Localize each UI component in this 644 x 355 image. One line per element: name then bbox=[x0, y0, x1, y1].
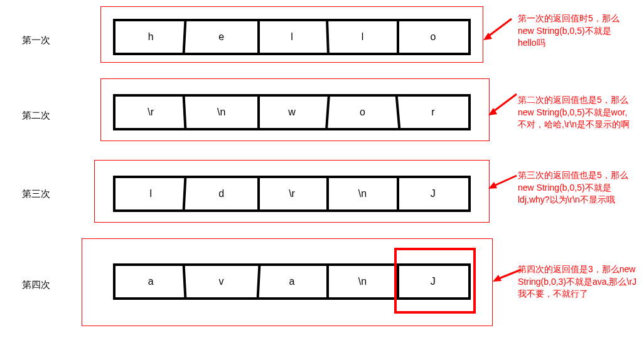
cell: J bbox=[398, 178, 468, 209]
buffer-cells: \r \n w o r bbox=[113, 94, 471, 130]
buffer-cells: l d \r \n J bbox=[113, 176, 471, 212]
annotation: 第一次的返回值时5，那么 new String(b,0,5)不就是 hello吗 bbox=[518, 13, 620, 50]
cell: d bbox=[186, 178, 256, 209]
cell: e bbox=[186, 21, 256, 53]
row-label: 第三次 bbox=[22, 188, 50, 200]
row-label: 第二次 bbox=[22, 110, 50, 122]
cell: r bbox=[398, 97, 468, 128]
cell: \r bbox=[115, 97, 186, 128]
cell: \n bbox=[327, 178, 397, 209]
cell-text: a bbox=[148, 276, 154, 287]
cell-text: e bbox=[218, 31, 224, 43]
cell-text: \n bbox=[217, 107, 225, 118]
row-label: 第一次 bbox=[22, 34, 50, 46]
cell: l bbox=[257, 21, 327, 53]
cell-text: r bbox=[431, 107, 434, 118]
cell-text: o bbox=[360, 107, 365, 118]
cell: o bbox=[327, 97, 397, 128]
cell-text: J bbox=[431, 188, 436, 199]
cell-text: o bbox=[430, 31, 436, 43]
row-label: 第四次 bbox=[22, 279, 50, 291]
cell: a bbox=[257, 266, 327, 297]
cell-text: l bbox=[291, 31, 293, 43]
cell-text: h bbox=[148, 31, 154, 43]
svg-line-2 bbox=[491, 94, 517, 113]
cell-text: \r bbox=[148, 107, 154, 118]
cell-text: w bbox=[288, 107, 296, 118]
annotation: 第四次的返回值是3，那么new String(b,0,3)不就是ava,那么\r… bbox=[518, 263, 636, 300]
cell-text: d bbox=[218, 188, 224, 199]
svg-line-0 bbox=[486, 19, 512, 38]
cell: l bbox=[115, 178, 186, 209]
arrow-icon bbox=[483, 19, 515, 44]
diagram-canvas: 第一次 h e l l o 第一次的返回值时5，那么 new String(b,… bbox=[0, 0, 644, 355]
cell: l bbox=[327, 21, 397, 53]
annotation: 第二次的返回值也是5，那么 new String(b,0,5)不就是wor, 不… bbox=[518, 94, 630, 131]
cell-text: l bbox=[362, 31, 364, 43]
cell: \r bbox=[257, 178, 327, 209]
buffer-cells: h e l l o bbox=[113, 19, 471, 55]
cell: a bbox=[115, 266, 186, 297]
cell-text: l bbox=[149, 188, 152, 199]
arrow-icon bbox=[488, 94, 520, 119]
cell: h bbox=[115, 21, 186, 53]
cell-text: \n bbox=[358, 188, 367, 199]
cell: v bbox=[186, 266, 256, 297]
annotation: 第三次的返回值也是5，那么 new String(b,0,5)不就是 ldj,w… bbox=[518, 169, 628, 206]
cell: w bbox=[257, 97, 327, 128]
cell: \n bbox=[186, 97, 256, 128]
cell-text: \n bbox=[358, 276, 367, 287]
cell-text: a bbox=[289, 276, 295, 287]
stale-highlight bbox=[394, 248, 476, 314]
cell: o bbox=[398, 21, 468, 53]
cell: \n bbox=[327, 266, 397, 297]
cell-text: v bbox=[219, 276, 224, 287]
cell-text: \r bbox=[289, 188, 295, 199]
arrow-icon bbox=[488, 174, 520, 193]
